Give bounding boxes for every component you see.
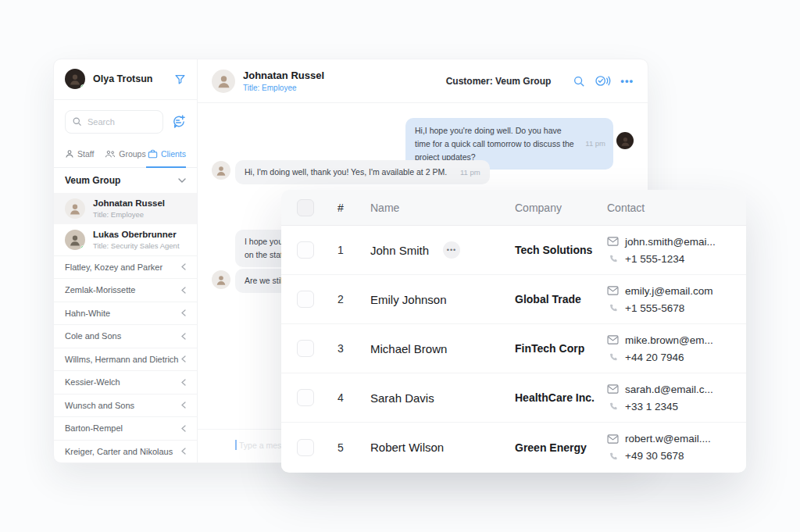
chevron-left-icon — [181, 448, 186, 455]
client-name: John Smith — [370, 244, 429, 257]
message-time: 11 pm — [460, 168, 480, 177]
avatar — [65, 69, 85, 89]
contact-item[interactable]: Lukas Oberbrunner Title: Security Sales … — [54, 224, 197, 255]
company-item[interactable]: Wunsch and Sons — [54, 394, 197, 417]
client-email: john.smith@emai... — [625, 236, 716, 248]
chat-search-icon[interactable] — [573, 75, 585, 87]
client-company: Tech Solutions — [515, 244, 607, 256]
contact-title: Title: Security Sales Agent — [93, 241, 180, 250]
avatar — [65, 230, 85, 250]
more-options-icon[interactable]: ••• — [620, 75, 634, 87]
phone-icon — [607, 255, 619, 262]
online-status-dot — [80, 84, 85, 89]
row-number: 2 — [338, 293, 370, 305]
row-number: 4 — [338, 391, 370, 404]
email-icon — [607, 384, 619, 394]
client-company: FinTech Corp — [515, 342, 607, 355]
sidebar: Olya Trotsun — [54, 59, 198, 462]
company-name: Kessier-Welch — [65, 377, 120, 387]
column-header-num: # — [338, 202, 370, 214]
contact-name: Lukas Oberbrunner — [93, 230, 180, 239]
email-icon — [607, 434, 619, 444]
row-checkbox[interactable] — [297, 439, 314, 456]
company-item[interactable]: Willms, Hermann and Dietrich — [54, 348, 197, 371]
client-name: Robert Wilson — [370, 441, 444, 454]
tab-groups-label: Groups — [119, 149, 145, 159]
tab-staff[interactable]: Staff — [65, 143, 105, 167]
row-number: 5 — [338, 441, 370, 454]
row-checkbox[interactable] — [297, 241, 314, 259]
current-user-name: Olya Trotsun — [93, 73, 174, 84]
company-list: Flatley, Kozey and Parker Zemlak-Morisse… — [54, 255, 197, 463]
table-row[interactable]: 4 Sarah Davis HealthCare Inc. sarah.d@em… — [281, 373, 746, 423]
client-phone: +1 555-1234 — [625, 253, 684, 265]
table-row[interactable]: 3 Michael Brown FinTech Corp mike.brown@… — [281, 324, 746, 373]
column-header-name: Name — [370, 202, 515, 214]
tab-staff-label: Staff — [77, 149, 94, 159]
phone-icon — [607, 452, 619, 460]
company-item[interactable]: Kessier-Welch — [54, 370, 197, 394]
company-item[interactable]: Cole and Sons — [54, 324, 197, 348]
company-item[interactable]: Zemlak-Morissette — [54, 278, 197, 302]
row-more-button[interactable]: ••• — [443, 241, 460, 259]
chevron-left-icon — [181, 309, 186, 316]
online-status-dot — [80, 245, 85, 250]
chevron-left-icon — [181, 333, 186, 340]
sidebar-header: Olya Trotsun — [54, 59, 197, 100]
contact-item[interactable]: Johnatan Russel Title: Employee — [54, 193, 197, 224]
column-header-company: Company — [515, 202, 607, 214]
table-row[interactable]: 1 John Smith ••• Tech Solutions john.smi… — [281, 226, 746, 275]
company-item[interactable]: Barton-Rempel — [54, 416, 197, 440]
person-icon — [65, 149, 74, 159]
company-item[interactable]: Kreiger, Carter and Nikolaus — [54, 440, 197, 463]
search-icon — [72, 116, 82, 127]
phone-icon — [607, 353, 619, 361]
text-cursor — [235, 440, 237, 450]
message-text: Hi, I'm doing well, thank you! Yes, I'm … — [245, 167, 447, 177]
company-name: Flatley, Kozey and Parker — [65, 262, 162, 272]
client-phone: +44 20 7946 — [625, 352, 684, 363]
app-screenshot: Olya Trotsun — [0, 0, 800, 532]
client-name: Michael Brown — [370, 342, 447, 355]
tab-clients-label: Clients — [161, 149, 186, 159]
chevron-left-icon — [181, 355, 186, 362]
row-number: 1 — [338, 244, 370, 256]
company-item[interactable]: Flatley, Kozey and Parker — [54, 255, 197, 279]
contact-name: Johnatan Russel — [93, 198, 165, 208]
chevron-down-icon — [178, 178, 186, 183]
contact-title: Title: Employee — [93, 210, 165, 219]
client-email: robert.w@email.... — [625, 433, 711, 445]
row-checkbox[interactable] — [297, 340, 314, 357]
select-all-checkbox[interactable] — [297, 199, 314, 216]
avatar — [212, 270, 230, 289]
avatar — [212, 70, 235, 93]
row-checkbox[interactable] — [297, 291, 314, 308]
client-name: Sarah Davis — [370, 391, 434, 405]
chat-peer-name: Johnatan Russel — [243, 70, 446, 81]
new-chat-icon[interactable] — [171, 114, 186, 129]
message-bubble-incoming: Hi, I'm doing well, thank you! Yes, I'm … — [235, 160, 490, 184]
search-row — [65, 110, 186, 134]
phone-icon — [607, 304, 619, 312]
table-row[interactable]: 5 Robert Wilson Green Energy robert.w@em… — [281, 423, 746, 472]
filter-icon[interactable] — [174, 73, 186, 85]
briefcase-icon — [148, 149, 158, 159]
table-header-row: # Name Company Contact — [281, 190, 746, 226]
client-email: mike.brown@em... — [625, 334, 713, 346]
company-item[interactable]: Hahn-White — [54, 302, 197, 325]
chat-header: Johnatan Russel Title: Employee Customer… — [198, 59, 648, 103]
table-row[interactable]: 2 Emily Johnson Global Trade emily.j@ema… — [281, 275, 746, 324]
customer-label: Customer: Veum Group — [446, 76, 552, 87]
check-waves-icon[interactable] — [595, 74, 611, 87]
avatar — [65, 198, 85, 219]
row-checkbox[interactable] — [297, 389, 314, 406]
group-header[interactable]: Veum Group — [54, 168, 197, 193]
phone-icon — [607, 402, 619, 410]
chevron-left-icon — [181, 379, 186, 386]
email-icon — [607, 286, 619, 295]
client-name: Emily Johnson — [370, 293, 447, 306]
tab-groups[interactable]: Groups — [105, 143, 145, 167]
company-name: Kreiger, Carter and Nikolaus — [65, 447, 173, 456]
client-company: Green Energy — [515, 441, 607, 454]
tab-clients[interactable]: Clients — [146, 143, 186, 168]
